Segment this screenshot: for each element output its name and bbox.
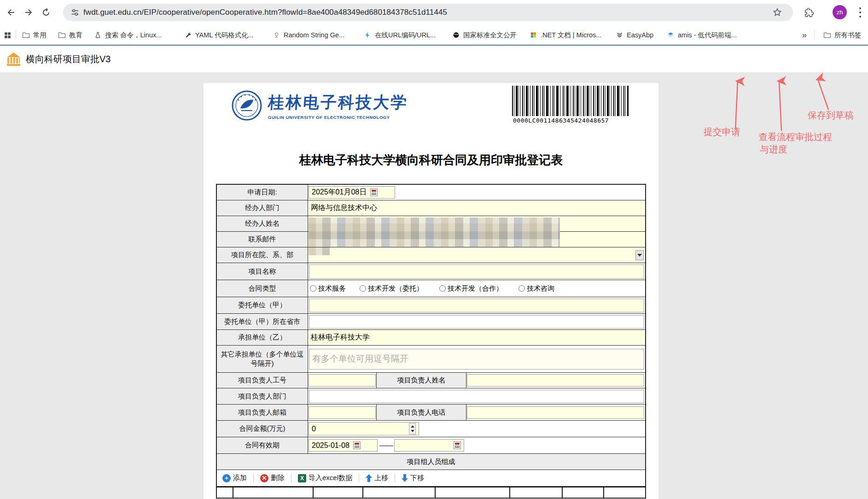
bookmark-changyong[interactable]: 常用 xyxy=(22,29,47,41)
field-label: 项目负责人邮箱 xyxy=(217,405,308,420)
project-name-input[interactable] xyxy=(309,264,644,279)
period-dash: —— xyxy=(379,441,392,450)
radio-icon[interactable] xyxy=(518,285,525,292)
row-team-section: 项目组人员组成 xyxy=(217,454,645,470)
annotation-save: 保存到草稿 xyxy=(808,109,854,122)
field-label: 项目所在院、系、部 xyxy=(217,247,308,263)
university-seal-icon xyxy=(231,90,262,121)
field-label: 合同有效期 xyxy=(217,437,308,453)
leader-dept-input[interactable] xyxy=(309,390,644,403)
animal-face-icon xyxy=(616,32,623,38)
apps-grid-icon[interactable] xyxy=(4,31,12,39)
leader-email-input[interactable] xyxy=(309,406,376,419)
folder-icon xyxy=(823,32,831,38)
bookmark-yaml[interactable]: YAML 代码格式化... xyxy=(184,29,254,41)
move-up-button[interactable]: 上移 xyxy=(366,474,388,482)
add-icon: + xyxy=(222,474,231,482)
radio-icon[interactable] xyxy=(310,285,316,292)
folder-icon xyxy=(58,32,66,38)
excel-icon: X xyxy=(298,474,306,482)
url-text: fwdt.guet.edu.cn/EIP/cooperative/openCoo… xyxy=(83,8,447,17)
undertake-unit-input[interactable]: 桂林电子科技大学 xyxy=(308,330,645,345)
profile-avatar[interactable]: zh xyxy=(833,5,847,19)
forward-icon[interactable] xyxy=(23,7,34,18)
grid-cell xyxy=(436,487,510,498)
bookmark-easyabp[interactable]: EasyAbp xyxy=(616,29,653,41)
browser-menu-icon[interactable] xyxy=(859,7,861,18)
annotation-flow-line2: 与进度 xyxy=(760,143,787,156)
bookmark-random-string[interactable]: Random String Ge... xyxy=(273,29,344,41)
field-label: 项目名称 xyxy=(217,263,308,280)
bookmark-jiaoyu[interactable]: 教育 xyxy=(58,29,82,41)
row-other-units: 其它承担单位（多个单位逗号隔开) 有多个单位可用逗号隔开 xyxy=(217,346,645,373)
university-name-en: GUILIN UNIVERSITY OF ELECTRONIC TECHNOLO… xyxy=(268,115,408,120)
form-document-page: 桂林电子科技大学 GUILIN UNIVERSITY OF ELECTRONIC… xyxy=(204,83,658,499)
row-undertake-unit: 承担单位（乙） 桂林电子科技大学 xyxy=(217,330,645,346)
project-college-select[interactable] xyxy=(308,247,645,263)
all-bookmarks[interactable]: 所有书签 xyxy=(823,29,861,41)
bank-icon xyxy=(6,52,21,67)
field-label: 申请日期: xyxy=(217,185,308,200)
other-units-textarea[interactable]: 有多个单位可用逗号隔开 xyxy=(309,349,644,370)
app-header: 横向科研项目审批V3 提交 流程 xyxy=(0,46,868,72)
add-button[interactable]: +添加 xyxy=(222,474,247,482)
radio-option[interactable]: 技术开发（委托） xyxy=(360,284,423,293)
leader-name-input[interactable] xyxy=(467,374,644,387)
radio-icon[interactable] xyxy=(360,285,366,292)
radio-option[interactable]: 技术开发（合作） xyxy=(439,284,503,293)
bookmark-search-cmd[interactable]: 搜索 命令，Linux... xyxy=(94,29,162,41)
row-project-college: 项目所在院、系、部 xyxy=(217,247,645,263)
radio-option[interactable]: 技术咨询 xyxy=(518,284,554,293)
client-unit-input[interactable] xyxy=(309,299,644,312)
row-leader-id-name: 项目负责人工号 项目负责人姓名 xyxy=(217,373,645,388)
globe-icon xyxy=(452,32,460,38)
calendar-icon[interactable] xyxy=(353,441,361,449)
bookmark-dotnet-docs[interactable]: .NET 文档 | Micros... xyxy=(530,29,601,41)
move-down-button[interactable]: 下移 xyxy=(402,474,424,482)
bookmark-star-icon[interactable] xyxy=(772,7,783,18)
redacted-college-fragment xyxy=(309,247,330,255)
layers-icon xyxy=(667,32,675,38)
radio-icon[interactable] xyxy=(439,285,446,292)
placeholder-text: 有多个单位可用逗号隔开 xyxy=(312,353,408,365)
screen: fwdt.guet.edu.cn/EIP/cooperative/openCoo… xyxy=(0,0,868,499)
calendar-icon[interactable] xyxy=(454,441,461,449)
delete-button[interactable]: ✕删除 xyxy=(260,474,285,482)
apply-date-input[interactable]: 2025年01月08日 xyxy=(309,186,395,199)
import-excel-button[interactable]: X导入excel数据 xyxy=(298,474,352,482)
bookmark-gb-standards[interactable]: 国家标准全文公开 xyxy=(452,29,517,41)
leader-phone-input[interactable] xyxy=(467,406,644,419)
annotation-submit: 提交申请 xyxy=(704,126,740,138)
calendar-icon[interactable] xyxy=(370,188,378,196)
grid-cell xyxy=(604,487,645,498)
extensions-icon[interactable] xyxy=(804,8,814,18)
wrench-icon xyxy=(184,32,192,38)
dropdown-arrow-icon[interactable] xyxy=(635,250,644,260)
grid-cell xyxy=(233,487,314,498)
agent-dept-input[interactable]: 网络与信息技术中心 xyxy=(308,200,645,216)
back-icon[interactable] xyxy=(6,7,17,18)
site-info-icon[interactable] xyxy=(70,7,80,18)
bookmarks-overflow-chevron[interactable]: » xyxy=(802,29,807,41)
reload-icon[interactable] xyxy=(41,7,52,18)
grid-cell xyxy=(363,487,436,498)
row-team-toolbar: +添加 ✕删除 X导入excel数据 上移 下移 xyxy=(217,470,645,487)
row-leader-email-phone: 项目负责人邮箱 项目负责人电话 xyxy=(217,405,645,421)
address-bar[interactable]: fwdt.guet.edu.cn/EIP/cooperative/openCoo… xyxy=(63,4,793,21)
bookmark-amis[interactable]: amis - 低代码前端... xyxy=(667,29,737,41)
page-title: 横向科研项目审批V3 xyxy=(26,46,111,72)
period-end-input[interactable] xyxy=(394,439,464,452)
grid-cell xyxy=(563,487,604,498)
redacted-agent-info xyxy=(309,217,560,247)
bookmark-url-encode[interactable]: 在线URL编码/URL... xyxy=(364,29,436,41)
bookmarks-bar: 常用 教育 搜索 命令，Linux... YAML 代码格式化... Rando… xyxy=(0,25,868,45)
number-spinner[interactable] xyxy=(409,423,416,434)
browser-toolbar: fwdt.guet.edu.cn/EIP/cooperative/openCoo… xyxy=(0,0,868,25)
field-label: 合同金额(万元) xyxy=(217,421,308,437)
radio-option[interactable]: 技术服务 xyxy=(310,284,346,293)
period-start-input[interactable]: 2025-01-08 xyxy=(309,439,378,452)
form-title: 桂林电子科技大学横向科研合同及用印审批登记表 xyxy=(204,152,658,168)
client-province-input[interactable] xyxy=(309,315,644,329)
contract-amount-input[interactable]: 0 xyxy=(309,422,419,435)
leader-id-input[interactable] xyxy=(309,374,376,387)
